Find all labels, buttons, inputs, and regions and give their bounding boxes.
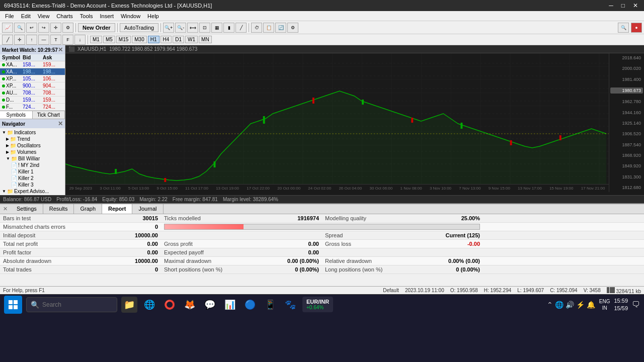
crosshair-tool[interactable]: ✛: [14, 35, 25, 45]
taskbar-app4[interactable]: 📱: [262, 297, 278, 313]
crosshair-button[interactable]: ✛: [50, 23, 61, 33]
menu-view[interactable]: View: [35, 12, 53, 20]
menu-window[interactable]: Window: [118, 12, 143, 20]
nav-killer3[interactable]: 📄 Killer 3: [0, 182, 65, 188]
maximize-button[interactable]: □: [619, 2, 627, 9]
properties-button[interactable]: ⚙: [62, 23, 73, 33]
new-chart-button[interactable]: 📈: [2, 23, 13, 33]
taskbar-chrome[interactable]: ⭕: [162, 297, 178, 313]
close-bottom-icon[interactable]: ✕: [0, 204, 11, 214]
nav-killer1[interactable]: 📄 Killer 1: [0, 168, 65, 175]
menu-charts[interactable]: Charts: [53, 12, 75, 20]
chart-candle-button[interactable]: ▮: [223, 23, 234, 33]
tab-tick-chart[interactable]: Tick Chart: [33, 111, 65, 119]
bottom-content: Bars in test 30015 Ticks modelled 191697…: [0, 214, 644, 286]
expert-button[interactable]: ●: [631, 23, 642, 33]
nav-expertadvisors[interactable]: ▼ 📁 Expert Adviso...: [0, 188, 65, 195]
search-input[interactable]: [42, 301, 113, 308]
taskbar-app2[interactable]: 📊: [222, 297, 238, 313]
menu-insert[interactable]: Insert: [97, 12, 117, 20]
arrow-down-tool[interactable]: ↓: [74, 35, 86, 45]
nav-volumes[interactable]: ▶ 📁 Volumes: [0, 149, 65, 155]
chart-scroll-button[interactable]: ⟷: [187, 23, 198, 33]
tab-results[interactable]: Results: [43, 204, 74, 214]
tf-mn[interactable]: MN: [199, 36, 212, 43]
line-tool[interactable]: ╱: [2, 35, 13, 45]
autotrading-button[interactable]: AutoTrading: [120, 23, 159, 32]
fib-tool[interactable]: F: [62, 35, 73, 45]
menu-tools[interactable]: Tools: [77, 12, 96, 20]
mw-row-xa2[interactable]: XA... 198... 198...: [0, 68, 65, 75]
tray-sound-icon[interactable]: 🔊: [566, 301, 574, 309]
eur-widget[interactable]: EUR/INR +0.64%: [302, 297, 333, 312]
close-button[interactable]: ✕: [631, 2, 640, 9]
nav-trend[interactable]: ▶ 📁 Trend: [0, 136, 65, 142]
tab-report[interactable]: Report: [102, 204, 132, 214]
hline-tool[interactable]: —: [38, 35, 49, 45]
text-tool[interactable]: T: [50, 35, 61, 45]
chart-line-button[interactable]: ╱: [235, 23, 247, 33]
clock[interactable]: 15:59 15/59: [614, 297, 628, 312]
menu-help[interactable]: Help: [144, 12, 162, 20]
tf-m15[interactable]: M15: [116, 36, 131, 43]
nav-oscillators[interactable]: ▶ 📁 Oscillators: [0, 142, 65, 149]
chart-fit-button[interactable]: ⊡: [199, 23, 210, 33]
tab-symbols[interactable]: Symbols: [0, 111, 33, 119]
taskbar-explorer[interactable]: 📁: [121, 297, 137, 313]
mw-row-xp2[interactable]: XP... 900... 904...: [0, 82, 65, 89]
nav-killer2[interactable]: 📄 Killer 2: [0, 175, 65, 182]
settings-button[interactable]: ⚙: [287, 23, 298, 33]
mw-row-f[interactable]: F... 724... 724...: [0, 104, 65, 111]
nav-indicators[interactable]: ▼ 📁 Indicators: [0, 129, 65, 136]
search-toolbar-button[interactable]: 🔍: [618, 23, 629, 33]
start-button[interactable]: [4, 296, 22, 314]
mw-row-xa1[interactable]: XA... 158... 159...: [0, 61, 65, 68]
zoom-in-button[interactable]: 🔍: [14, 23, 25, 33]
navigator-close[interactable]: ✕: [58, 120, 63, 127]
tf-h4[interactable]: H4: [160, 36, 172, 43]
template-button[interactable]: 📋: [263, 23, 274, 33]
search-bar[interactable]: 🔍: [26, 297, 117, 312]
chart-area[interactable]: ⬛ XAUUSD,H1 1980.722 1980.852 1979.964 1…: [65, 45, 644, 195]
taskbar-app5[interactable]: 🐾: [282, 297, 298, 313]
nav-billwilliams[interactable]: ▼ 📁 Bill Williar: [0, 155, 65, 162]
taskbar-firefox[interactable]: 🦊: [182, 297, 198, 313]
tab-settings[interactable]: Settings: [11, 204, 43, 214]
nav-axi2023[interactable]: 🤖 Axi 2023 E...: [0, 195, 65, 195]
mw-row-au[interactable]: AU... 708... 708...: [0, 89, 65, 97]
tray-network-icon[interactable]: 🌐: [555, 301, 564, 309]
new-order-button[interactable]: New Order: [78, 23, 115, 32]
tf-m5[interactable]: M5: [103, 36, 115, 43]
refresh-button[interactable]: 🔄: [275, 23, 286, 33]
tf-d1[interactable]: D1: [173, 36, 184, 43]
redo-button[interactable]: ↪: [38, 23, 49, 33]
menu-file[interactable]: File: [2, 12, 17, 20]
tf-m1[interactable]: M1: [90, 36, 102, 43]
taskbar-app3[interactable]: 🔵: [242, 297, 258, 313]
tab-graph[interactable]: Graph: [74, 204, 102, 214]
chart-bar-button[interactable]: ▦: [211, 23, 222, 33]
minimize-button[interactable]: ─: [607, 2, 615, 9]
mw-row-xp1[interactable]: XP... 105... 106...: [0, 75, 65, 82]
tf-w1[interactable]: W1: [185, 36, 198, 43]
language-indicator[interactable]: ENG IN: [599, 299, 610, 311]
tray-up-arrow[interactable]: ⌃: [547, 301, 553, 309]
nav-my2ind[interactable]: 📄 ! MY 2ind: [0, 162, 65, 168]
tab-journal[interactable]: Journal: [132, 204, 163, 214]
notification-icon[interactable]: 🗨: [632, 300, 640, 309]
taskbar-app1[interactable]: 💬: [202, 297, 218, 313]
tf-m30[interactable]: M30: [132, 36, 146, 43]
menu-edit[interactable]: Edit: [18, 12, 34, 20]
tf-h1[interactable]: H1: [148, 36, 159, 43]
undo-button[interactable]: ↩: [26, 23, 37, 33]
arrow-tool[interactable]: ↑: [26, 35, 37, 45]
period-button[interactable]: ⏱: [251, 23, 262, 33]
mw-row-d[interactable]: D... 159... 159...: [0, 97, 65, 104]
chart-zoom-in-button[interactable]: 🔍+: [163, 23, 174, 33]
my2ind-icon: 📄: [11, 162, 17, 168]
chart-zoom-out-button[interactable]: 🔍-: [175, 23, 186, 33]
tray-battery-icon[interactable]: ⚡: [576, 301, 585, 309]
market-watch-close[interactable]: ✕: [58, 46, 63, 53]
tray-bell-icon[interactable]: 🔔: [587, 301, 595, 309]
taskbar-edge[interactable]: 🌐: [141, 297, 157, 313]
